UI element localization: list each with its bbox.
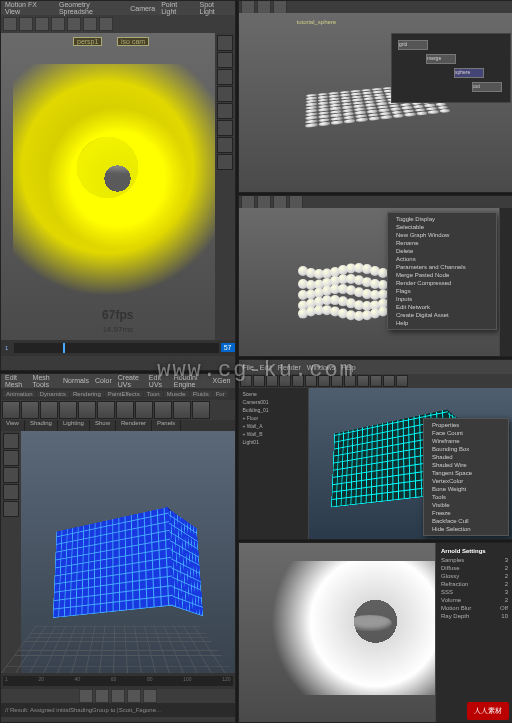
tree-item[interactable]: Camera001 — [241, 398, 306, 406]
tree-item[interactable]: + Wall_A — [241, 422, 306, 430]
menu-item[interactable]: Parameters and Channels — [390, 263, 494, 271]
menu-item[interactable]: Inputs — [390, 295, 494, 303]
render-settings[interactable]: Arnold Settings Samples3 Diffuse2 Glossy… — [435, 543, 512, 722]
menu-item[interactable]: Backface Cull — [426, 517, 506, 525]
pile-viewport[interactable]: Toggle Display Selectable New Graph Wind… — [239, 208, 512, 356]
tool-select[interactable] — [3, 17, 17, 31]
vp-tab[interactable]: Lighting — [58, 420, 90, 431]
menu-item[interactable]: Help — [390, 319, 494, 327]
shelf-btn[interactable] — [217, 52, 233, 68]
menu-item[interactable]: Mesh Tools — [33, 374, 57, 388]
menu-item[interactable]: Wireframe — [426, 437, 506, 445]
shelf-button[interactable] — [78, 401, 96, 419]
tb-btn[interactable] — [318, 375, 330, 387]
tree-item[interactable]: Light01 — [241, 438, 306, 446]
menu-item[interactable]: Face Count — [426, 429, 506, 437]
tool-snap[interactable] — [67, 17, 81, 31]
shelf-button[interactable] — [154, 401, 172, 419]
shelf-button[interactable] — [2, 401, 20, 419]
shelf-tab[interactable]: Toon — [144, 391, 163, 397]
menu-item[interactable]: Edit UVs — [149, 374, 168, 388]
menu-item[interactable]: Render — [278, 364, 301, 371]
menu-item[interactable]: XGen — [213, 377, 231, 384]
move-tool[interactable] — [3, 450, 19, 466]
maya-timeline-track[interactable]: 120406080100120 — [3, 676, 233, 686]
prop-row[interactable]: Volume2 — [439, 596, 510, 604]
tool-lights[interactable] — [83, 17, 97, 31]
menu-item[interactable]: Normals — [63, 377, 89, 384]
menu-item[interactable]: Tangent Space — [426, 469, 506, 477]
shelf-button[interactable] — [192, 401, 210, 419]
max-menubar[interactable]: File Edit Render Windows Help — [239, 360, 512, 374]
vp-tab[interactable]: Panels — [152, 420, 181, 431]
node[interactable]: sphere — [454, 68, 484, 78]
tb-btn[interactable] — [396, 375, 408, 387]
timeline-track[interactable] — [14, 343, 218, 353]
tree-item[interactable]: + Floor — [241, 414, 306, 422]
tree-item[interactable]: + Wall_B — [241, 430, 306, 438]
shelf-tab[interactable]: Rendering — [70, 391, 104, 397]
network-view[interactable]: grid merge sphere out — [391, 33, 511, 103]
menu-item[interactable]: Tools — [426, 493, 506, 501]
scale-tool[interactable] — [3, 484, 19, 500]
prop-row[interactable]: Samples3 — [439, 556, 510, 564]
tree-item[interactable]: Building_01 — [241, 406, 306, 414]
select-tool[interactable] — [3, 433, 19, 449]
building-mesh[interactable] — [53, 506, 174, 617]
shelf-btn[interactable] — [217, 35, 233, 51]
vp-tab[interactable]: Show — [90, 420, 116, 431]
menu-item[interactable]: File — [243, 364, 254, 371]
rotate-tool[interactable] — [3, 467, 19, 483]
shelf-btn[interactable] — [217, 86, 233, 102]
tb-btn[interactable] — [370, 375, 382, 387]
menu-item[interactable]: Freeze — [426, 509, 506, 517]
menubar[interactable]: Motion FX View Geometry Spreadshe Camera… — [1, 1, 235, 15]
vp-tab[interactable]: Renderer — [116, 420, 152, 431]
tool-cam[interactable] — [99, 17, 113, 31]
menu-item[interactable]: Delete — [390, 247, 494, 255]
menu-item[interactable]: Create Digital Asset — [390, 311, 494, 319]
menu-item[interactable]: Motion FX View — [5, 1, 53, 15]
quad-menu[interactable]: Properties Face Count Wireframe Bounding… — [423, 418, 509, 536]
scene-explorer[interactable]: Scene Camera001 Building_01 + Floor + Wa… — [239, 388, 309, 539]
shelf-button[interactable] — [59, 401, 77, 419]
shelf-btn[interactable] — [217, 137, 233, 153]
shelf-btn[interactable] — [217, 154, 233, 170]
menu-item[interactable]: Actions — [390, 255, 494, 263]
shelf-btn[interactable] — [217, 120, 233, 136]
tb-btn[interactable] — [279, 375, 291, 387]
tb-btn[interactable] — [344, 375, 356, 387]
maya-timeline[interactable]: 120406080100120 — [1, 673, 235, 689]
tool-btn[interactable] — [273, 0, 287, 14]
shelf-tab[interactable]: PaintEffects — [105, 391, 143, 397]
shelf-button[interactable] — [116, 401, 134, 419]
prop-row[interactable]: Ray Depth10 — [439, 612, 510, 620]
hud-camera[interactable]: persp1 — [73, 37, 102, 46]
tb-btn[interactable] — [253, 375, 265, 387]
prop-row[interactable]: Motion BlurOff — [439, 604, 510, 612]
viewport-tabs[interactable]: View Shading Lighting Show Renderer Pane… — [1, 420, 235, 431]
tool-btn[interactable] — [241, 195, 255, 209]
play-button[interactable] — [111, 689, 125, 703]
node[interactable]: merge — [426, 54, 456, 64]
shelf-button[interactable] — [21, 401, 39, 419]
max-viewport[interactable]: Scene Camera001 Building_01 + Floor + Wa… — [239, 388, 512, 539]
shelf-tab[interactable]: Muscle — [164, 391, 189, 397]
rewind-button[interactable] — [79, 689, 93, 703]
menu-item[interactable]: Hide Selection — [426, 525, 506, 533]
menu-item[interactable]: VertexColor — [426, 477, 506, 485]
menu-item[interactable]: Create UVs — [118, 374, 143, 388]
shelf-tab[interactable]: Fur — [213, 391, 228, 397]
menu-item[interactable]: Edit Network — [390, 303, 494, 311]
tb-btn[interactable] — [266, 375, 278, 387]
tool-btn[interactable] — [241, 0, 255, 14]
maya-menubar[interactable]: Edit Mesh Mesh Tools Normals Color Creat… — [1, 374, 235, 388]
tb-btn[interactable] — [357, 375, 369, 387]
tree-item[interactable]: Scene — [241, 390, 306, 398]
prop-row[interactable]: SSS3 — [439, 588, 510, 596]
node[interactable]: out — [472, 82, 502, 92]
step-fwd-button[interactable] — [127, 689, 141, 703]
shelf-btn[interactable] — [217, 69, 233, 85]
shelf-tab[interactable]: Dynamics — [37, 391, 69, 397]
tool-scale[interactable] — [51, 17, 65, 31]
